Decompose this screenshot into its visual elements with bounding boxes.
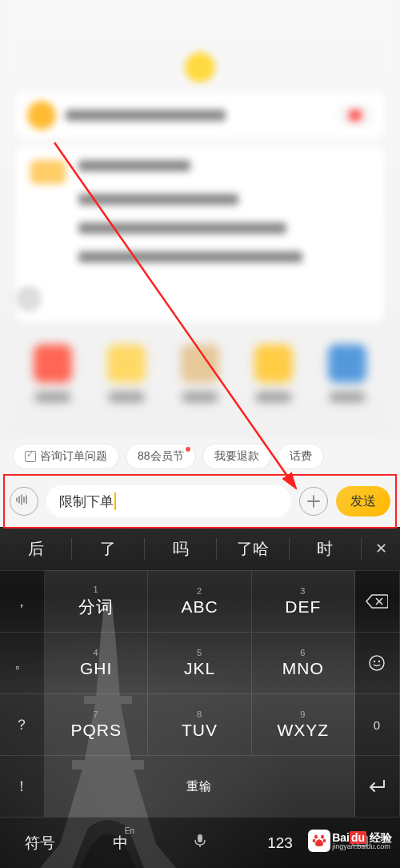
app-logo <box>185 52 215 82</box>
reinput-key[interactable]: 重输 <box>45 755 355 817</box>
svg-point-15 <box>313 839 316 843</box>
smiley-icon <box>368 654 386 672</box>
punct-period-key[interactable]: 。 <box>0 632 45 693</box>
key-8-tuv[interactable]: 8TUV <box>148 693 251 755</box>
candidate-word[interactable]: 了哈 <box>217 538 289 560</box>
language-switch-key[interactable]: En 中 <box>80 833 160 854</box>
chip-label: 咨询订单问题 <box>40 449 107 464</box>
service-icon-row <box>16 344 384 424</box>
candidate-word[interactable]: 时 <box>290 538 362 560</box>
plus-icon <box>306 494 321 508</box>
lang-alt: En <box>125 826 134 835</box>
enter-key[interactable] <box>355 755 400 817</box>
sound-wave-icon <box>16 493 32 509</box>
paw-icon <box>308 830 330 852</box>
chip-label: 话费 <box>290 449 312 464</box>
key-0[interactable]: 0 <box>355 693 400 755</box>
order-icon <box>25 451 36 462</box>
app-header <box>0 52 400 84</box>
attach-more-button[interactable] <box>299 487 328 516</box>
symbol-key[interactable]: 符号 <box>0 833 80 854</box>
chip-order-inquiry[interactable]: 咨询订单问题 <box>13 444 119 469</box>
faq-card <box>16 146 384 322</box>
key-2-abc[interactable]: 2ABC <box>148 570 251 632</box>
ime-keyboard: 后 了 吗 了哈 时 ✕ ， 1分词 2ABC 3DEF 。 4GHI 5JKL… <box>0 527 400 868</box>
voice-input-button[interactable] <box>10 487 38 516</box>
avatar-icon <box>16 286 42 311</box>
punct-exclaim-key[interactable]: ！ <box>0 755 45 817</box>
close-icon: ✕ <box>375 540 387 557</box>
chip-refund[interactable]: 我要退款 <box>202 444 271 469</box>
baidu-jingyan-watermark: Baidu 经验 jingyan.baidu.com <box>308 830 392 852</box>
microphone-icon <box>192 833 208 849</box>
message-text-input[interactable]: 限制下单 <box>46 485 291 517</box>
chip-phone-bill[interactable]: 话费 <box>278 444 324 469</box>
candidate-word[interactable]: 后 <box>0 538 72 560</box>
text-cursor <box>114 492 116 510</box>
svg-point-4 <box>374 661 375 662</box>
svg-point-5 <box>378 661 380 662</box>
chat-info-card <box>16 93 384 138</box>
key-4-ghi[interactable]: 4GHI <box>45 632 148 693</box>
lang-current: 中 <box>113 834 128 851</box>
svg-point-3 <box>370 656 384 670</box>
svg-point-13 <box>314 834 318 838</box>
enter-icon <box>366 779 387 794</box>
chip-88-member[interactable]: 88会员节 <box>126 444 196 469</box>
candidate-word[interactable]: 了 <box>72 538 144 560</box>
svg-rect-6 <box>198 834 202 842</box>
key-9-wxyz[interactable]: 9WXYZ <box>252 693 355 755</box>
backspace-icon <box>366 593 388 609</box>
punct-question-key[interactable]: ？ <box>0 693 45 755</box>
brand-url: jingyan.baidu.com <box>332 843 392 850</box>
key-3-def[interactable]: 3DEF <box>252 570 355 632</box>
svg-point-14 <box>321 834 324 838</box>
emoji-key[interactable] <box>355 632 400 693</box>
close-candidates-button[interactable]: ✕ <box>362 540 400 557</box>
message-input-bar: 限制下单 发送 <box>0 476 400 527</box>
key-1-segment[interactable]: 1分词 <box>45 570 148 632</box>
key-6-mno[interactable]: 6MNO <box>252 632 355 693</box>
svg-point-16 <box>323 839 326 843</box>
chip-label: 88会员节 <box>138 449 184 464</box>
key-5-jkl[interactable]: 5JKL <box>148 632 251 693</box>
chip-label: 我要退款 <box>214 449 259 464</box>
candidate-word[interactable]: 吗 <box>145 538 217 560</box>
input-value: 限制下单 <box>59 492 114 511</box>
voice-key[interactable] <box>160 833 240 853</box>
key-7-pqrs[interactable]: 7PQRS <box>45 693 148 755</box>
send-label: 发送 <box>350 493 376 510</box>
candidate-row: 后 了 吗 了哈 时 ✕ <box>0 527 400 570</box>
send-button[interactable]: 发送 <box>336 486 390 516</box>
quick-reply-bar: 咨询订单问题 88会员节 我要退款 话费 <box>0 439 400 474</box>
backspace-key[interactable] <box>355 570 400 632</box>
punct-comma-key[interactable]: ， <box>0 570 45 632</box>
